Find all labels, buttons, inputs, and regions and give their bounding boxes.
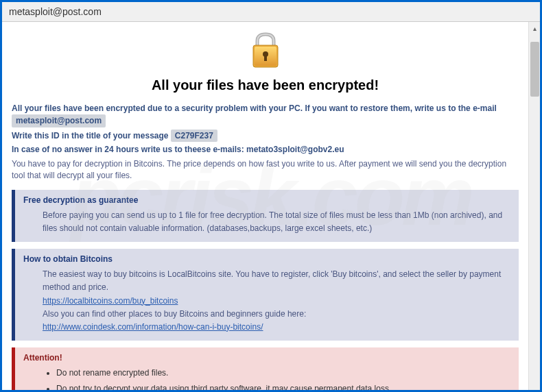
obtain-body: The easiest way to buy bitcoins is Local… (23, 268, 510, 334)
list-item: Do not try to decrypt your data using th… (56, 382, 510, 390)
page-title: All your files have been encrypted! (12, 77, 519, 93)
obtain-panel: How to obtain Bitcoins The easiest way t… (12, 249, 519, 341)
payment-line: You have to pay for decryption in Bitcoi… (12, 158, 519, 182)
localbitcoins-link[interactable]: https://localbitcoins.com/buy_bitcoins (43, 296, 178, 306)
content-wrapper: pcrisk.com (2, 22, 540, 390)
coindesk-link[interactable]: http://www.coindesk.com/information/how-… (43, 322, 263, 332)
scroll-thumb[interactable] (530, 42, 539, 97)
attention-body: Do not rename encrypted files. Do not tr… (23, 367, 510, 390)
attention-panel: Attention! Do not rename encrypted files… (12, 347, 519, 390)
window-titlebar: metasploit@post.com (2, 2, 540, 22)
attention-list: Do not rename encrypted files. Do not tr… (43, 367, 510, 390)
obtain-line-1: The easiest way to buy bitcoins is Local… (43, 268, 510, 294)
guarantee-panel: Free decryption as guarantee Before payi… (12, 190, 519, 242)
guarantee-body: Before paying you can send us up to 1 fi… (23, 209, 510, 235)
window-title: metasploit@post.com (9, 6, 102, 17)
victim-id: C279F237 (171, 130, 217, 143)
contact-email-2: metato3sploit@gobv2.eu (246, 145, 344, 154)
intro-line-2: Write this ID in the title of your messa… (12, 130, 519, 143)
list-item: Do not rename encrypted files. (56, 367, 510, 380)
intro-line-1: All your files have been encrypted due t… (12, 103, 519, 127)
lock-container (12, 32, 519, 72)
contact-email-1: metasploit@post.com (12, 114, 106, 127)
intro-line-3: In case of no answer in 24 hours write u… (12, 144, 519, 156)
vertical-scrollbar[interactable]: ▴ (528, 22, 540, 390)
scroll-up-icon[interactable]: ▴ (533, 25, 537, 32)
svg-rect-3 (264, 55, 267, 61)
ransom-window: metasploit@post.com pcrisk.com (0, 0, 542, 392)
content-area: pcrisk.com (2, 22, 528, 390)
attention-title: Attention! (23, 353, 510, 363)
obtain-line-2: Also you can find other places to buy Bi… (43, 308, 510, 321)
obtain-title: How to obtain Bitcoins (23, 254, 510, 264)
lock-icon (248, 32, 283, 72)
guarantee-title: Free decryption as guarantee (23, 195, 510, 205)
